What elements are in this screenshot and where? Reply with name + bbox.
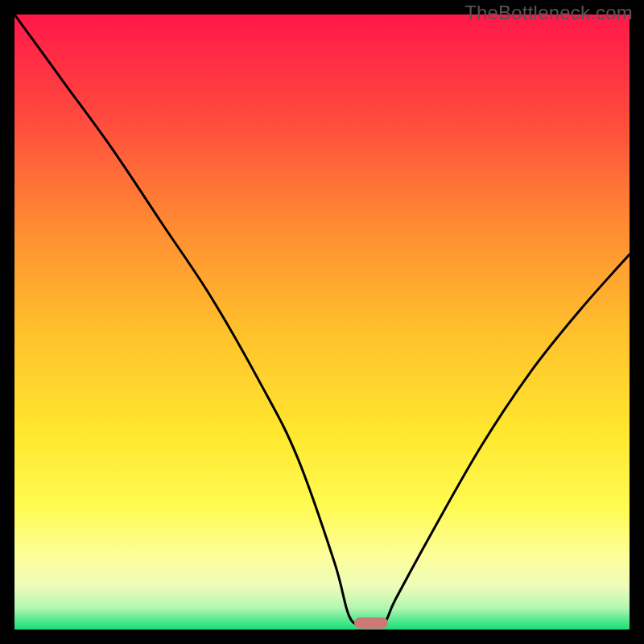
plot-area (14, 14, 630, 630)
attribution-label: TheBottleneck.com (464, 2, 633, 24)
gradient-background (14, 14, 630, 630)
chart-frame: TheBottleneck.com (0, 0, 644, 644)
svg-rect-0 (14, 14, 630, 630)
optimal-point-marker (354, 617, 388, 629)
